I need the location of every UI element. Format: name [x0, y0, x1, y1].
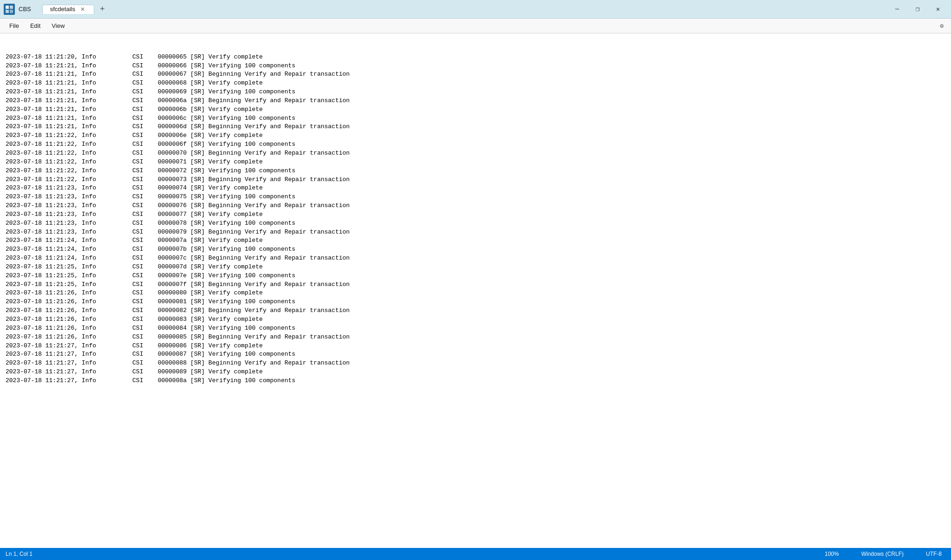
log-line: 2023-07-18 11:21:27, Info CSI 00000087 […	[0, 350, 951, 359]
status-right: 100% Windows (CRLF) UTF-8	[821, 551, 945, 557]
log-line: 2023-07-18 11:21:21, Info CSI 0000006c […	[0, 114, 951, 123]
log-line: 2023-07-18 11:21:26, Info CSI 00000085 […	[0, 333, 951, 342]
log-line: 2023-07-18 11:21:23, Info CSI 00000077 […	[0, 210, 951, 219]
window-controls: ─ ❐ ✕	[888, 2, 947, 16]
new-tab-button[interactable]: +	[94, 5, 111, 14]
log-line: 2023-07-18 11:21:21, Info CSI 00000068 […	[0, 79, 951, 88]
content-area: 2023-07-18 11:21:20, Info CSI 00000065 […	[0, 33, 951, 548]
tab-bar: sfcdetails ✕ +	[42, 5, 888, 14]
encoding[interactable]: UTF-8	[922, 551, 945, 557]
settings-icon[interactable]: ⚙	[936, 20, 947, 32]
log-line: 2023-07-18 11:21:26, Info CSI 00000080 […	[0, 289, 951, 298]
log-line: 2023-07-18 11:21:22, Info CSI 00000072 […	[0, 167, 951, 176]
log-line: 2023-07-18 11:21:21, Info CSI 00000069 […	[0, 88, 951, 97]
log-line: 2023-07-18 11:21:21, Info CSI 00000067 […	[0, 70, 951, 79]
log-line: 2023-07-18 11:21:24, Info CSI 0000007b […	[0, 245, 951, 254]
minimize-button[interactable]: ─	[888, 2, 906, 16]
zoom-level[interactable]: 100%	[821, 551, 843, 557]
log-line: 2023-07-18 11:21:26, Info CSI 00000082 […	[0, 306, 951, 315]
log-line: 2023-07-18 11:21:24, Info CSI 0000007c […	[0, 254, 951, 263]
log-line: 2023-07-18 11:21:25, Info CSI 0000007d […	[0, 263, 951, 272]
line-ending[interactable]: Windows (CRLF)	[858, 551, 907, 557]
log-line: 2023-07-18 11:21:23, Info CSI 00000079 […	[0, 228, 951, 237]
svg-rect-0	[6, 6, 9, 9]
log-line: 2023-07-18 11:21:23, Info CSI 00000076 […	[0, 202, 951, 210]
log-line: 2023-07-18 11:21:24, Info CSI 0000007a […	[0, 236, 951, 245]
close-button[interactable]: ✕	[929, 2, 947, 16]
log-line: 2023-07-18 11:21:27, Info CSI 0000008a […	[0, 377, 951, 385]
log-line: 2023-07-18 11:21:27, Info CSI 00000088 […	[0, 359, 951, 368]
maximize-button[interactable]: ❐	[908, 2, 927, 16]
log-line: 2023-07-18 11:21:26, Info CSI 00000083 […	[0, 315, 951, 324]
svg-rect-1	[10, 6, 13, 9]
log-line: 2023-07-18 11:21:25, Info CSI 0000007e […	[0, 272, 951, 280]
tab-label: sfcdetails	[50, 6, 75, 13]
menu-bar: File Edit View ⚙	[0, 19, 951, 33]
log-line: 2023-07-18 11:21:21, Info CSI 0000006a […	[0, 97, 951, 105]
log-line: 2023-07-18 11:21:21, Info CSI 00000066 […	[0, 62, 951, 71]
cursor-position: Ln 1, Col 1	[6, 551, 33, 557]
log-line: 2023-07-18 11:21:21, Info CSI 0000006b […	[0, 105, 951, 114]
log-line: 2023-07-18 11:21:21, Info CSI 0000006d […	[0, 123, 951, 131]
log-line: 2023-07-18 11:21:22, Info CSI 00000071 […	[0, 158, 951, 167]
log-line: 2023-07-18 11:21:22, Info CSI 00000070 […	[0, 149, 951, 158]
log-line: 2023-07-18 11:21:23, Info CSI 00000074 […	[0, 184, 951, 193]
log-line: 2023-07-18 11:21:23, Info CSI 00000075 […	[0, 193, 951, 202]
app-name: CBS	[19, 6, 31, 13]
log-line: 2023-07-18 11:21:26, Info CSI 00000084 […	[0, 324, 951, 333]
menu-file[interactable]: File	[4, 20, 25, 31]
svg-rect-2	[6, 10, 9, 13]
log-line: 2023-07-18 11:21:23, Info CSI 00000078 […	[0, 219, 951, 228]
log-line: 2023-07-18 11:21:27, Info CSI 00000089 […	[0, 368, 951, 377]
menu-view[interactable]: View	[46, 20, 70, 31]
tab-close-button[interactable]: ✕	[79, 6, 86, 13]
title-bar: CBS sfcdetails ✕ + ─ ❐ ✕	[0, 0, 951, 19]
log-line: 2023-07-18 11:21:22, Info CSI 0000006f […	[0, 140, 951, 149]
svg-rect-3	[10, 10, 13, 13]
log-viewer[interactable]: 2023-07-18 11:21:20, Info CSI 00000065 […	[0, 33, 951, 548]
log-line: 2023-07-18 11:21:22, Info CSI 0000006e […	[0, 131, 951, 140]
log-line: 2023-07-18 11:21:27, Info CSI 00000086 […	[0, 342, 951, 351]
app-icon	[4, 4, 15, 15]
log-line: 2023-07-18 11:21:20, Info CSI 00000065 […	[0, 53, 951, 62]
log-line: 2023-07-18 11:21:25, Info CSI 0000007f […	[0, 280, 951, 289]
tab-sfcdetails[interactable]: sfcdetails ✕	[42, 5, 94, 14]
menu-edit[interactable]: Edit	[25, 20, 46, 31]
log-line: 2023-07-18 11:21:22, Info CSI 00000073 […	[0, 176, 951, 184]
status-bar: Ln 1, Col 1 100% Windows (CRLF) UTF-8	[0, 548, 951, 560]
log-line: 2023-07-18 11:21:26, Info CSI 00000081 […	[0, 298, 951, 306]
status-position[interactable]: Ln 1, Col 1	[6, 551, 810, 557]
